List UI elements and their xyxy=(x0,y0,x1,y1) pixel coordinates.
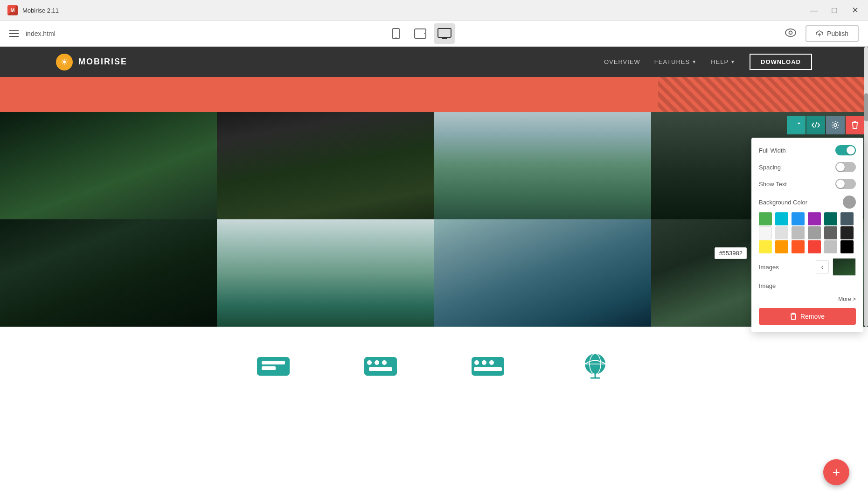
hamburger-line xyxy=(9,30,19,31)
gallery-item[interactable] xyxy=(434,219,651,327)
bottom-section xyxy=(0,327,868,406)
color-swatch[interactable] xyxy=(759,212,772,225)
svg-point-8 xyxy=(785,29,796,36)
desktop-view-button[interactable] xyxy=(434,23,455,44)
publish-label: Publish xyxy=(827,30,848,37)
sun-icon: ☀ xyxy=(60,56,69,68)
app-logo: M xyxy=(7,5,18,15)
tablet-icon xyxy=(414,28,426,39)
close-button[interactable]: ✕ xyxy=(849,5,861,16)
banner-diagonal-pattern xyxy=(658,77,868,112)
color-swatch[interactable] xyxy=(824,212,837,225)
svg-line-11 xyxy=(815,122,817,128)
spacing-toggle[interactable] xyxy=(835,162,856,172)
nav-link-help[interactable]: HELP ▼ xyxy=(711,58,736,65)
color-swatch[interactable] xyxy=(808,212,821,225)
toggle-knob xyxy=(836,163,845,171)
feature-icon-3 xyxy=(469,352,507,380)
sort-icon xyxy=(792,121,800,129)
color-swatch[interactable] xyxy=(824,240,837,253)
full-width-row: Full Width xyxy=(759,145,856,155)
nav-links: OVERVIEW FEATURES ▼ HELP ▼ DOWNLOAD xyxy=(604,54,812,70)
gallery-toolbar xyxy=(787,116,864,134)
tablet-view-button[interactable] xyxy=(410,23,431,44)
image-row: Image xyxy=(759,282,856,289)
preview-button[interactable] xyxy=(785,28,796,39)
title-bar: M Mobirise 2.11 — □ ✕ xyxy=(0,0,868,21)
color-grid xyxy=(759,212,856,253)
scrollbar-thumb[interactable] xyxy=(864,93,868,121)
color-swatch[interactable] xyxy=(792,240,805,253)
gallery-section: Full Width Spacing Show Text Background … xyxy=(0,112,868,327)
trash-icon xyxy=(852,121,858,129)
bg-color-swatch[interactable] xyxy=(843,196,856,209)
color-swatch[interactable] xyxy=(808,226,821,239)
nav-brand-name: MOBIRISE xyxy=(78,57,127,67)
gallery-item[interactable] xyxy=(0,219,217,327)
code-icon xyxy=(812,122,820,128)
eye-icon xyxy=(785,28,796,37)
svg-point-9 xyxy=(789,31,792,34)
scrollbar[interactable] xyxy=(864,47,868,327)
svg-point-18 xyxy=(375,360,379,365)
remove-button[interactable]: Remove xyxy=(759,308,856,325)
svg-point-19 xyxy=(382,360,387,365)
color-swatch[interactable] xyxy=(792,212,805,225)
feature-icon-2 xyxy=(362,352,399,380)
show-text-toggle[interactable] xyxy=(835,179,856,189)
color-swatch[interactable] xyxy=(840,226,854,239)
nav-link-overview[interactable]: OVERVIEW xyxy=(604,58,640,65)
color-swatch[interactable] xyxy=(840,240,854,253)
image-label: Image xyxy=(759,282,776,289)
full-width-toggle[interactable] xyxy=(835,145,856,155)
more-link[interactable]: More > xyxy=(759,296,856,302)
feature-icon-4 xyxy=(576,352,614,380)
color-swatch[interactable] xyxy=(775,226,788,239)
spacing-label: Spacing xyxy=(759,164,781,171)
gallery-grid xyxy=(0,112,868,327)
hamburger-menu-button[interactable] xyxy=(9,30,19,37)
feature-svg-2 xyxy=(362,352,399,380)
color-swatch[interactable] xyxy=(792,226,805,239)
svg-rect-15 xyxy=(262,366,276,370)
minimize-button[interactable]: — xyxy=(808,5,819,16)
color-swatch[interactable] xyxy=(775,212,788,225)
sort-button[interactable] xyxy=(787,116,806,134)
bg-color-label: Background Color xyxy=(759,199,807,206)
color-swatch[interactable] xyxy=(840,212,854,225)
add-block-button[interactable]: + xyxy=(823,459,849,485)
images-label: Images xyxy=(759,264,779,271)
settings-button[interactable] xyxy=(826,116,845,134)
gallery-item[interactable] xyxy=(0,112,217,219)
website-navbar: ☀ MOBIRISE OVERVIEW FEATURES ▼ HELP ▼ DO… xyxy=(0,47,868,77)
toolbar-right: Publish xyxy=(785,25,859,42)
svg-rect-4 xyxy=(438,28,451,37)
color-swatch[interactable] xyxy=(775,240,788,253)
color-swatch[interactable] xyxy=(808,240,821,253)
images-controls: ‹ xyxy=(816,258,856,276)
mobile-view-button[interactable] xyxy=(386,23,406,44)
cloud-upload-icon xyxy=(816,30,823,37)
color-swatch[interactable] xyxy=(759,226,772,239)
gallery-item[interactable] xyxy=(434,112,651,219)
app-title: Mobirise 2.11 xyxy=(22,7,59,14)
color-swatch[interactable] xyxy=(759,240,772,253)
device-switcher xyxy=(386,23,455,44)
feature-svg-3 xyxy=(469,352,507,380)
svg-point-12 xyxy=(834,124,837,126)
maximize-button[interactable]: □ xyxy=(829,5,840,16)
full-width-label: Full Width xyxy=(759,147,786,154)
images-prev-button[interactable]: ‹ xyxy=(816,260,829,273)
nav-link-features[interactable]: FEATURES ▼ xyxy=(654,58,697,65)
nav-download-button[interactable]: DOWNLOAD xyxy=(750,54,812,70)
svg-rect-20 xyxy=(369,367,392,371)
publish-button[interactable]: Publish xyxy=(806,25,859,42)
gallery-item[interactable] xyxy=(217,112,434,219)
gallery-item[interactable] xyxy=(217,219,434,327)
desktop-icon xyxy=(437,28,451,39)
color-swatch[interactable] xyxy=(824,226,837,239)
svg-point-17 xyxy=(367,360,372,365)
delete-block-button[interactable] xyxy=(846,116,864,134)
color-hex-value: #553982 xyxy=(719,250,743,257)
code-button[interactable] xyxy=(806,116,825,134)
